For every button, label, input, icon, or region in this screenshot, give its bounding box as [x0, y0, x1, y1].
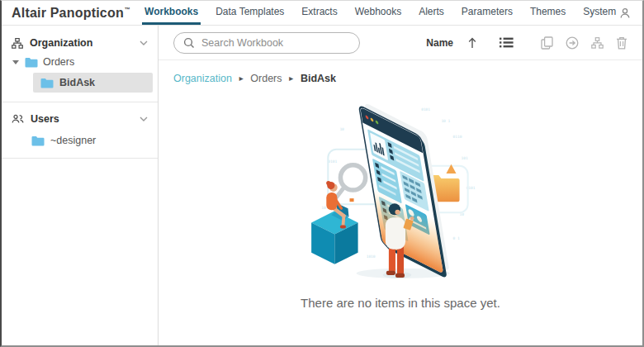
sort-ascending-icon: [467, 37, 477, 49]
tree-item-label: Orders: [43, 56, 74, 68]
svg-text:1010: 1010: [367, 254, 376, 259]
tab-alerts[interactable]: Alerts: [416, 1, 447, 25]
tab-label: Webhooks: [355, 6, 401, 17]
section-label-users: Users: [31, 113, 59, 125]
list-view-button[interactable]: [500, 37, 514, 48]
sidebar-section-organization[interactable]: Organization: [2, 34, 158, 52]
top-navigation-bar: Altair Panopticon™ Workbooks Data Templa…: [2, 1, 642, 26]
tab-workbooks[interactable]: Workbooks: [142, 1, 201, 25]
svg-text:10 1: 10 1: [441, 119, 450, 123]
collapse-section-button[interactable]: [140, 116, 148, 121]
folder-icon: [40, 78, 54, 88]
move-icon: [566, 36, 579, 50]
breadcrumb-organization[interactable]: Organization: [173, 73, 232, 84]
svg-text:10: 10: [339, 127, 344, 131]
svg-text:10: 10: [321, 206, 326, 210]
tab-label: Themes: [530, 6, 566, 17]
breadcrumb-separator-icon: ►: [238, 75, 244, 83]
tree-item-bidask-selected[interactable]: BidAsk: [33, 73, 153, 93]
item-action-icons: [541, 36, 627, 50]
svg-text:0101: 0101: [328, 159, 337, 164]
delete-icon: [616, 36, 627, 50]
svg-text:101: 101: [462, 156, 468, 160]
subfolder-icon: [591, 37, 604, 49]
svg-text:0101: 0101: [421, 107, 430, 112]
app-window: Altair Panopticon™ Workbooks Data Templa…: [0, 0, 644, 347]
user-account-button[interactable]: [618, 1, 632, 25]
sort-by-name-button[interactable]: Name: [426, 37, 453, 49]
copy-icon: [541, 36, 553, 50]
tab-data-templates[interactable]: Data Templates: [213, 1, 286, 25]
copy-button[interactable]: [541, 36, 553, 50]
folder-icon: [25, 57, 38, 68]
sidebar-divider: [2, 158, 158, 159]
tree-item-label: ~designer: [50, 135, 96, 146]
sidebar-divider: [2, 102, 158, 102]
tab-webhooks[interactable]: Webhooks: [353, 1, 404, 25]
sidebar-section-users[interactable]: Users: [2, 110, 158, 128]
org-chart-icon: [12, 38, 23, 49]
tab-extracts[interactable]: Extracts: [299, 1, 339, 25]
breadcrumb: Organization ► Orders ► BidAsk: [159, 60, 642, 84]
tab-label: System: [583, 6, 616, 17]
tree-item-label: BidAsk: [59, 77, 95, 88]
move-button[interactable]: [566, 36, 579, 50]
search-box[interactable]: [173, 32, 360, 54]
empty-state-illustration: 010110 1 0110101 010110 0 110 010110 101…: [296, 84, 504, 283]
search-input[interactable]: [201, 37, 350, 49]
toolbar-actions: Name: [426, 36, 627, 50]
folder-icon: [31, 135, 45, 146]
list-view-icon: [500, 37, 514, 48]
tab-label: Extracts: [301, 6, 337, 17]
tree-item-designer[interactable]: ~designer: [2, 128, 158, 158]
caret-down-icon[interactable]: [12, 60, 19, 64]
chevron-down-icon: [140, 40, 148, 45]
brand-logo: Altair Panopticon™: [12, 1, 130, 25]
breadcrumb-orders[interactable]: Orders: [250, 73, 282, 84]
main-nav-tabs: Workbooks Data Templates Extracts Webhoo…: [142, 1, 618, 25]
subfolders-button[interactable]: [591, 37, 604, 49]
sort-direction-button[interactable]: [467, 37, 477, 49]
brand-name: Altair Panopticon: [12, 6, 124, 21]
section-label-organization: Organization: [30, 37, 92, 49]
svg-text:0110: 0110: [453, 135, 462, 139]
trademark-mark: ™: [125, 7, 130, 12]
folder-tree-sidebar: Organization Orders BidAsk: [2, 26, 159, 345]
users-icon: [12, 114, 24, 124]
tab-label: Alerts: [419, 6, 444, 17]
search-icon: [183, 37, 195, 49]
workbooks-main-panel: Name: [159, 26, 642, 345]
tab-label: Data Templates: [215, 6, 284, 17]
content-layout: Organization Orders BidAsk: [2, 26, 642, 345]
tab-parameters[interactable]: Parameters: [459, 1, 515, 25]
empty-state-illustration-wrap: 010110 1 0110101 010110 0 110 010110 101…: [159, 84, 642, 283]
collapse-section-button[interactable]: [140, 40, 148, 45]
breadcrumb-separator-icon: ►: [288, 75, 295, 83]
workbooks-toolbar: Name: [159, 26, 642, 60]
user-icon: [618, 7, 632, 20]
chevron-down-icon: [140, 116, 148, 121]
tree-item-orders[interactable]: Orders: [2, 52, 158, 72]
svg-text:0 1: 0 1: [453, 236, 460, 240]
tab-system[interactable]: System: [580, 1, 618, 25]
sidebar-section-users-wrap: Users ~designer: [2, 110, 158, 159]
tab-label: Parameters: [462, 6, 513, 17]
tab-themes[interactable]: Themes: [528, 1, 568, 25]
tab-label: Workbooks: [144, 6, 198, 17]
breadcrumb-bidask-current: BidAsk: [301, 73, 336, 84]
delete-button[interactable]: [616, 36, 627, 50]
empty-space-message: There are no items in this space yet.: [159, 296, 642, 310]
